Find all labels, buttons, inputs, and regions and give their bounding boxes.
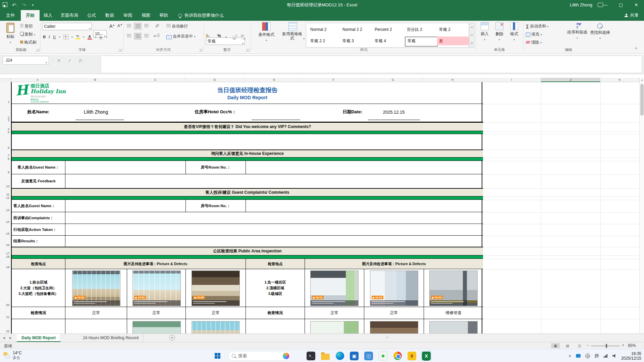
room-no-value-cell[interactable] — [246, 161, 483, 174]
tab-home[interactable]: 开始 — [21, 10, 40, 21]
tab-help[interactable]: 帮助 — [155, 10, 172, 21]
confirm-entry-icon[interactable]: ✓ — [68, 58, 72, 63]
insert-function-icon[interactable]: fx — [79, 58, 82, 63]
column-header-C[interactable]: C — [126, 78, 185, 82]
merge-center-button[interactable]: ↔ 合并后居中 ▾ — [166, 34, 196, 39]
tab-formulas[interactable]: 公式 — [83, 10, 101, 21]
row-header-10[interactable]: 10 — [6, 185, 9, 188]
decrease-decimal-icon[interactable]: .00→.0 — [240, 34, 245, 40]
weather-widget[interactable]: 14°C多云 — [3, 351, 22, 360]
inspection-photo-lobby-2[interactable]: 15:53 — [132, 270, 181, 306]
autosum-button[interactable]: ∑ 自动求和 ▾ — [526, 23, 548, 29]
taskbar-search[interactable]: 搜索 — [228, 351, 292, 361]
row-header-20[interactable]: 20 — [6, 303, 9, 307]
orientation-icon[interactable]: ab — [154, 23, 160, 28]
tab-view[interactable]: 视图 — [137, 10, 155, 21]
status-label-cell[interactable]: 检查情况 — [12, 307, 65, 319]
row-header-14[interactable]: 14 — [6, 220, 9, 224]
accounting-format-icon[interactable]: ¥▾ — [206, 34, 210, 38]
results-value-cell[interactable] — [65, 236, 483, 247]
select-all-corner[interactable] — [0, 78, 11, 82]
tray-globe-icon[interactable] — [585, 354, 590, 358]
style-changgui4[interactable]: 常规 4 — [373, 37, 404, 45]
status-label-cell[interactable]: 检查情况 — [246, 307, 305, 319]
namebox-splitter[interactable]: ⋮ — [51, 57, 55, 62]
collapse-ribbon-icon[interactable]: ∧ — [635, 46, 637, 50]
status-value-cell[interactable]: 正常 — [364, 307, 424, 319]
network-icon[interactable] — [604, 353, 608, 359]
section-vip-header[interactable]: 是否有VIP接待？有何建议？ Did You welcome any VIP? … — [12, 122, 483, 131]
sheet-tab-daily-mod-report[interactable]: Daily MOD Report — [17, 334, 61, 342]
date-value-cell[interactable]: 2025.12.15 — [364, 104, 424, 120]
page-layout-view-icon[interactable]: ▤ — [563, 343, 572, 348]
fill-color-icon[interactable] — [76, 35, 80, 39]
section-complaints-header[interactable]: 客人投诉/建议 Guest Complaints/ Comments — [12, 188, 483, 196]
start-button[interactable] — [212, 351, 223, 361]
ime-indicator[interactable]: 拼 — [595, 353, 599, 359]
number-dialog-launcher-icon[interactable]: ↘ — [246, 48, 250, 52]
guest-name-label-cell[interactable]: 客人姓名Guest Name： — [12, 161, 65, 174]
style-changgui22[interactable]: 常规 2 2 — [308, 37, 340, 45]
style-baifenbi2[interactable]: 百分比 2 — [405, 25, 436, 34]
inspection-photo-partial[interactable] — [192, 321, 240, 334]
row-header-11[interactable]: 11 — [6, 193, 9, 196]
inspection-photo-backarea-1[interactable]: 16:22 — [310, 270, 359, 306]
fill-button[interactable]: ↓ 填充 ▾ — [526, 32, 542, 37]
zoom-slider-thumb[interactable] — [606, 344, 607, 348]
inspection-photo-lobby-bar[interactable]: 16:09 — [192, 270, 240, 306]
sheet-nav-left-icon[interactable]: ◀ — [3, 334, 5, 342]
align-top-icon[interactable] — [125, 23, 133, 29]
guest-name-value-cell[interactable] — [65, 200, 185, 212]
zoom-slider[interactable] — [591, 346, 620, 346]
paste-button[interactable]: 粘贴▾ — [3, 22, 18, 47]
format-cells-button[interactable]: 格式▾ — [507, 22, 521, 42]
tab-review[interactable]: 审阅 — [119, 10, 137, 21]
volume-icon[interactable] — [612, 354, 616, 358]
taskbar-app-yellow[interactable]: ¥ — [406, 351, 418, 361]
feedback-value-cell[interactable] — [65, 174, 483, 188]
inspection-photo-lobby-1[interactable]: 16:01 — [72, 270, 120, 306]
row-header-13[interactable]: 13 — [6, 208, 9, 212]
zoom-in-icon[interactable]: + — [622, 343, 624, 348]
guest-name-label-cell[interactable]: 客人姓名Guest Name： — [12, 200, 65, 212]
inspection-photo-backarea-3[interactable]: 16:23 — [429, 270, 478, 306]
inspection-photo-partial[interactable] — [370, 321, 418, 334]
column-header-J[interactable]: J — [541, 78, 600, 82]
decrease-font-icon[interactable]: A▼ — [117, 23, 122, 28]
tray-expand-icon[interactable]: ∧ — [569, 354, 571, 358]
empty-cells-area[interactable] — [482, 82, 639, 334]
insert-cells-button[interactable]: 插入▾ — [478, 22, 492, 42]
number-format-select[interactable]: 常规▾ — [206, 38, 245, 45]
location-header-cell[interactable]: 检查地点 — [12, 259, 65, 269]
sheet-tab-24h-briefing[interactable]: 24 Hours MOD Briefing Record — [78, 334, 144, 342]
column-header-B[interactable]: B — [64, 78, 126, 82]
taskbar-file-explorer[interactable] — [320, 351, 331, 361]
row-header-19[interactable]: 19 — [6, 265, 9, 269]
underline-button[interactable]: U — [53, 35, 56, 40]
taskbar-app-dark[interactable]: >_ — [305, 351, 317, 361]
tab-insert[interactable]: 插入 — [40, 10, 56, 21]
name-box[interactable]: J24▾ — [3, 56, 49, 65]
status-value-cell[interactable]: 正常 — [127, 307, 185, 319]
phonetic-guide-icon[interactable]: wén文 — [99, 34, 103, 40]
cancel-entry-icon[interactable]: ✕ — [57, 58, 61, 63]
taskbar-app-blue[interactable]: ◫ — [363, 351, 374, 361]
report-header-row[interactable]: H 假日酒店 Holiday Inn 洲际酒店集团旗下 贵阳机场 GUIYANG… — [12, 82, 483, 104]
style-changgui2[interactable]: 常规 2 — [437, 25, 469, 34]
style-normal22[interactable]: Normal 2 2 — [340, 25, 372, 34]
room-no-label-cell[interactable]: 房号Room No.： — [185, 161, 246, 174]
section-inhouse-header[interactable]: 询问客人反馈意见 In-house Experience — [12, 150, 483, 158]
status-value-cell[interactable]: 正常 — [65, 307, 127, 319]
room-no-value-cell[interactable] — [246, 200, 483, 212]
results-label-cell[interactable]: 结果Results： — [12, 236, 65, 247]
restore-button[interactable]: ▢ — [613, 0, 629, 10]
row-header-22[interactable]: 22 — [6, 329, 9, 333]
taskbar-excel[interactable]: X — [421, 351, 432, 361]
name-label-cell[interactable]: 姓名Name: — [12, 104, 65, 120]
column-header-I[interactable]: I — [482, 78, 541, 82]
row-header-9[interactable]: 9 — [8, 171, 9, 174]
new-sheet-icon[interactable]: + — [169, 335, 175, 341]
format-painter-button[interactable]: 格式刷 — [20, 40, 36, 45]
row-header-8[interactable]: 8 — [8, 157, 9, 161]
tab-data[interactable]: 数据 — [101, 10, 119, 21]
